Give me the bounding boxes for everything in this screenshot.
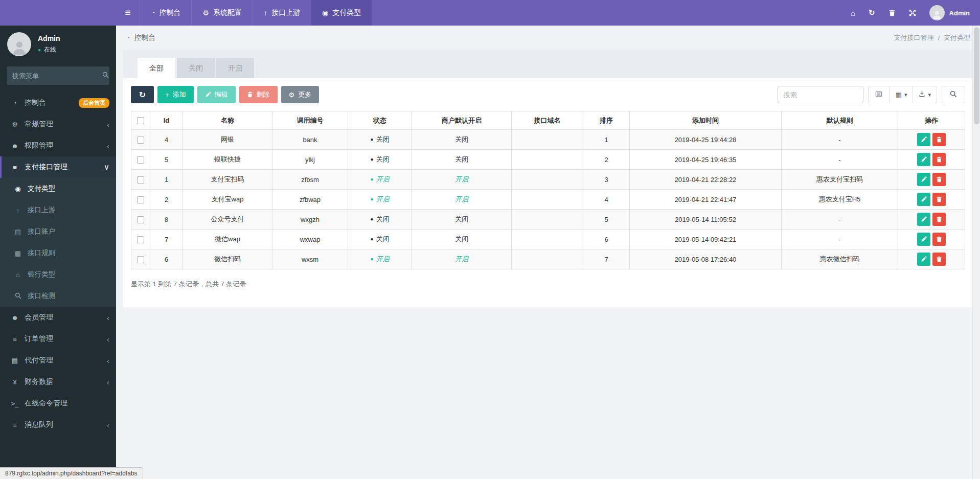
row-edit-button[interactable] — [917, 133, 930, 146]
users-icon: ☻ — [9, 142, 21, 150]
sidebar-item-finance[interactable]: ¥财务数据‹ — [0, 371, 116, 393]
refresh-icon[interactable]: ↻ — [869, 8, 875, 17]
columns-button[interactable]: ▦▾ — [890, 86, 914, 103]
row-delete-button[interactable] — [932, 253, 946, 266]
card-icon: ▤ — [9, 357, 21, 364]
row-delete-button[interactable] — [932, 133, 946, 146]
row-delete-button[interactable] — [932, 213, 946, 226]
export-button[interactable]: ▾ — [913, 86, 937, 103]
user-menu[interactable]: Admin — [929, 5, 970, 20]
row-checkbox[interactable] — [137, 216, 144, 223]
status-dot-icon: ● — [370, 196, 373, 202]
online-dot-icon: ● — [38, 47, 41, 53]
list-icon: ≡ — [9, 164, 21, 171]
expand-icon[interactable] — [909, 9, 916, 16]
row-checkbox[interactable] — [137, 136, 144, 144]
row-delete-button[interactable] — [932, 233, 946, 246]
tab-all[interactable]: 全部 — [138, 58, 175, 78]
toolbar: ↻ +添加 编辑 删除 ⚙更多 ▦▾ ▾ — [131, 86, 965, 103]
trash-icon[interactable] — [888, 9, 896, 16]
sidebar-item-interface-upstream[interactable]: ↑接口上游 — [0, 199, 116, 221]
hamburger-icon[interactable]: ≡ — [116, 0, 140, 26]
row-edit-button[interactable] — [917, 213, 930, 226]
row-edit-button[interactable] — [917, 233, 930, 246]
online-status: ● 在线 — [38, 45, 60, 54]
code-cell: bank — [272, 130, 348, 150]
tab-open[interactable]: 开启 — [216, 58, 254, 78]
sidebar-item-pay-type[interactable]: ◉支付类型 — [0, 178, 116, 199]
refresh-button[interactable]: ↻ — [131, 86, 154, 103]
sort-cell: 7 — [583, 249, 630, 269]
row-edit-button[interactable] — [917, 253, 930, 266]
rule-cell: 惠农支付宝扫码 — [782, 170, 898, 190]
row-edit-button[interactable] — [917, 193, 930, 206]
sidebar-item-interface-rule[interactable]: ▦接口规则 — [0, 242, 116, 264]
select-all-checkbox[interactable] — [137, 117, 144, 124]
sidebar-item-bank-type[interactable]: ⌂银行类型 — [0, 264, 116, 285]
sidebar-item-auth[interactable]: ☻权限管理‹ — [0, 135, 116, 156]
navbar-item-interface-upstream[interactable]: ↑接口上游 — [253, 0, 311, 26]
time-cell: 2019-04-25 19:44:28 — [630, 130, 782, 150]
column-header: 商户默认开启 — [412, 111, 512, 130]
row-checkbox[interactable] — [137, 196, 144, 203]
navbar-item-system-config[interactable]: ⚙系统配置 — [191, 0, 253, 26]
sidebar-item-payment-interface[interactable]: ≡支付接口管理∨ — [0, 156, 116, 178]
home-icon[interactable]: ⌂ — [851, 9, 855, 17]
row-edit-button[interactable] — [917, 153, 930, 166]
search-icon[interactable] — [102, 72, 109, 80]
status-label: 关闭 — [376, 155, 390, 163]
time-cell: 2019-05-14 11:05:52 — [630, 210, 782, 230]
checkbox-cell — [131, 130, 150, 150]
address-book-icon: ▤ — [12, 228, 24, 236]
list-alt-icon — [875, 90, 882, 99]
edit-button[interactable]: 编辑 — [197, 86, 236, 103]
table-row: 6微信扫码wxsm●开启开启72019-05-08 17:26:40惠农微信扫码 — [131, 249, 965, 269]
sidebar-item-message-queue[interactable]: ≡消息队列‹ — [0, 414, 116, 436]
sidebar-item-general[interactable]: ⚙常规管理‹ — [0, 113, 116, 135]
tab-closed[interactable]: 关闭 — [177, 58, 215, 78]
table-body: 4网银bank●关闭关闭12019-04-25 19:44:28-5银联快捷yl… — [131, 130, 965, 269]
sidebar-item-label: 订单管理 — [25, 334, 53, 344]
scrollbar-thumb[interactable] — [974, 27, 979, 124]
row-checkbox[interactable] — [137, 156, 144, 164]
row-checkbox[interactable] — [137, 256, 144, 263]
code-cell: wxsm — [272, 249, 348, 269]
list-icon: ≡ — [9, 335, 21, 343]
add-button[interactable]: +添加 — [157, 86, 194, 103]
sidebar-item-online-command[interactable]: >_在线命令管理 — [0, 393, 116, 414]
navbar-item-dashboard[interactable]: ◔控制台 — [140, 0, 191, 26]
sidebar-item-interface-check[interactable]: 接口检测 — [0, 285, 116, 307]
sidebar-item-member[interactable]: ☻会员管理‹ — [0, 307, 116, 328]
sidebar-submenu: ◉支付类型↑接口上游▤接口账户▦接口规则⌂银行类型接口检测 — [0, 178, 116, 307]
data-table: Id名称调用编号状态商户默认开启接口域名排序添加时间默认规则操作 4网银bank… — [131, 111, 965, 269]
id-cell: 2 — [150, 190, 183, 210]
bank-icon: ⌂ — [12, 271, 24, 279]
row-delete-button[interactable] — [932, 193, 946, 206]
search-input[interactable] — [778, 86, 863, 103]
sort-cell: 3 — [583, 170, 630, 190]
chevron-left-icon: ‹ — [107, 142, 109, 150]
row-checkbox[interactable] — [137, 176, 144, 184]
content-header: ◔ 控制台 支付接口管理 / 支付类型 — [116, 26, 980, 50]
delete-button[interactable]: 删除 — [239, 86, 278, 103]
sidebar-item-label: 代付管理 — [25, 356, 53, 365]
sidebar-item-payout[interactable]: ▤代付管理‹ — [0, 350, 116, 371]
row-edit-button[interactable] — [917, 173, 930, 186]
sidebar-item-dashboard[interactable]: ◔控制台后台首页 — [0, 92, 116, 113]
row-delete-button[interactable] — [932, 153, 946, 166]
scrollbar-track[interactable] — [972, 26, 980, 479]
ops-cell — [898, 210, 965, 230]
navbar-item-pay-type[interactable]: ◉支付类型 — [311, 0, 372, 26]
sidebar-item-label: 控制台 — [25, 98, 46, 107]
table-search-button[interactable] — [942, 86, 965, 103]
row-checkbox[interactable] — [137, 236, 144, 243]
browser-status-bar: 879.rglxc.top/admin.php/dashboard?ref=ad… — [0, 467, 143, 479]
sidebar-item-interface-account[interactable]: ▤接口账户 — [0, 221, 116, 242]
menu-search-input[interactable] — [12, 72, 102, 80]
row-delete-button[interactable] — [932, 173, 946, 186]
toggle-view-button[interactable] — [868, 86, 890, 103]
sidebar-item-order[interactable]: ≡订单管理‹ — [0, 328, 116, 350]
code-cell: zfbsm — [272, 170, 348, 190]
more-button[interactable]: ⚙更多 — [281, 86, 320, 103]
status-label: 关闭 — [376, 135, 390, 143]
